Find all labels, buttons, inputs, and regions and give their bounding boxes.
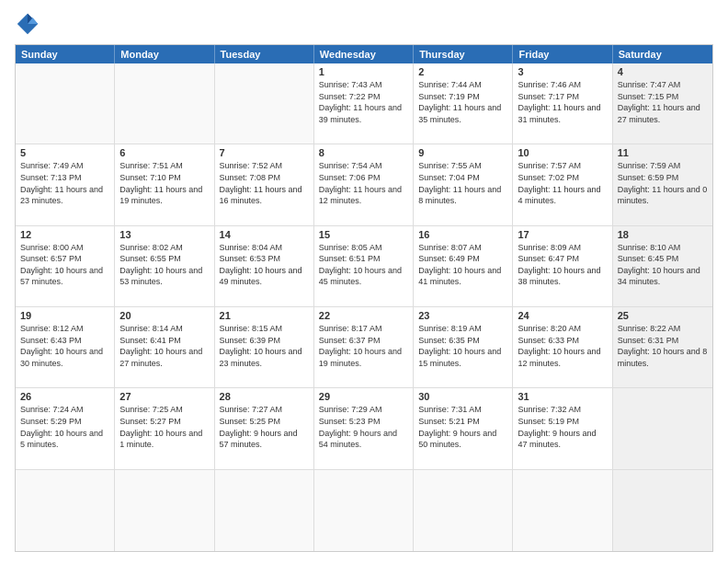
calendar-cell: 24Sunrise: 8:20 AM Sunset: 6:33 PM Dayli… [513, 307, 612, 387]
cell-info: Sunrise: 7:54 AM Sunset: 7:06 PM Dayligh… [319, 160, 408, 206]
day-number: 29 [319, 391, 408, 402]
calendar-cell [613, 388, 712, 468]
calendar-cell: 12Sunrise: 8:00 AM Sunset: 6:57 PM Dayli… [16, 226, 115, 306]
day-number: 8 [319, 147, 408, 158]
calendar-cell [115, 470, 214, 551]
day-number: 23 [418, 310, 507, 321]
calendar-cell: 14Sunrise: 8:04 AM Sunset: 6:53 PM Dayli… [215, 226, 314, 306]
calendar-cell: 28Sunrise: 7:27 AM Sunset: 5:25 PM Dayli… [215, 388, 314, 468]
calendar-cell: 6Sunrise: 7:51 AM Sunset: 7:10 PM Daylig… [115, 144, 214, 224]
cell-info: Sunrise: 7:49 AM Sunset: 7:13 PM Dayligh… [20, 160, 109, 206]
cell-info: Sunrise: 8:14 AM Sunset: 6:41 PM Dayligh… [119, 323, 209, 369]
calendar-cell: 19Sunrise: 8:12 AM Sunset: 6:43 PM Dayli… [16, 307, 115, 387]
calendar-cell: 2Sunrise: 7:44 AM Sunset: 7:19 PM Daylig… [414, 63, 513, 144]
calendar-cell: 7Sunrise: 7:52 AM Sunset: 7:08 PM Daylig… [215, 144, 314, 224]
calendar-cell: 16Sunrise: 8:07 AM Sunset: 6:49 PM Dayli… [414, 226, 513, 306]
weekday-header-saturday: Saturday [613, 45, 712, 63]
day-number: 3 [518, 66, 607, 77]
day-number: 12 [20, 229, 109, 240]
calendar-cell [215, 63, 314, 144]
calendar-cell: 21Sunrise: 8:15 AM Sunset: 6:39 PM Dayli… [215, 307, 314, 387]
calendar-cell: 17Sunrise: 8:09 AM Sunset: 6:47 PM Dayli… [513, 226, 612, 306]
day-number: 13 [119, 229, 209, 240]
cell-info: Sunrise: 7:59 AM Sunset: 6:59 PM Dayligh… [618, 160, 708, 206]
weekday-header-monday: Monday [115, 45, 214, 63]
cell-info: Sunrise: 7:29 AM Sunset: 5:23 PM Dayligh… [319, 404, 408, 450]
cell-info: Sunrise: 7:32 AM Sunset: 5:19 PM Dayligh… [518, 404, 607, 450]
cell-info: Sunrise: 8:20 AM Sunset: 6:33 PM Dayligh… [518, 323, 607, 369]
calendar-cell [115, 63, 214, 144]
cell-info: Sunrise: 7:44 AM Sunset: 7:19 PM Dayligh… [418, 79, 507, 125]
cell-info: Sunrise: 7:52 AM Sunset: 7:08 PM Dayligh… [220, 160, 309, 206]
cell-info: Sunrise: 8:19 AM Sunset: 6:35 PM Dayligh… [418, 323, 507, 369]
day-number: 30 [418, 391, 507, 402]
calendar-cell: 26Sunrise: 7:24 AM Sunset: 5:29 PM Dayli… [16, 388, 115, 468]
calendar-cell: 13Sunrise: 8:02 AM Sunset: 6:55 PM Dayli… [115, 226, 214, 306]
cell-info: Sunrise: 8:02 AM Sunset: 6:55 PM Dayligh… [119, 242, 209, 288]
day-number: 5 [20, 147, 109, 158]
calendar-cell: 10Sunrise: 7:57 AM Sunset: 7:02 PM Dayli… [513, 144, 612, 224]
calendar-cell [215, 470, 314, 551]
calendar-cell [414, 470, 513, 551]
calendar-cell [16, 63, 115, 144]
day-number: 18 [618, 229, 708, 240]
day-number: 28 [220, 391, 309, 402]
calendar-week-4: 26Sunrise: 7:24 AM Sunset: 5:29 PM Dayli… [16, 388, 712, 469]
cell-info: Sunrise: 8:12 AM Sunset: 6:43 PM Dayligh… [20, 323, 109, 369]
calendar-cell: 1Sunrise: 7:43 AM Sunset: 7:22 PM Daylig… [314, 63, 414, 144]
calendar-cell: 23Sunrise: 8:19 AM Sunset: 6:35 PM Dayli… [414, 307, 513, 387]
calendar-cell: 31Sunrise: 7:32 AM Sunset: 5:19 PM Dayli… [513, 388, 612, 468]
calendar-cell: 3Sunrise: 7:46 AM Sunset: 7:17 PM Daylig… [513, 63, 612, 144]
calendar-week-1: 5Sunrise: 7:49 AM Sunset: 7:13 PM Daylig… [16, 144, 712, 225]
day-number: 25 [618, 310, 708, 321]
calendar-cell [314, 470, 414, 551]
cell-info: Sunrise: 8:22 AM Sunset: 6:31 PM Dayligh… [618, 323, 708, 369]
logo-icon [15, 11, 40, 37]
weekday-header-tuesday: Tuesday [215, 45, 314, 63]
day-number: 17 [518, 229, 607, 240]
logo [15, 11, 44, 37]
calendar-cell: 9Sunrise: 7:55 AM Sunset: 7:04 PM Daylig… [414, 144, 513, 224]
calendar-cell: 27Sunrise: 7:25 AM Sunset: 5:27 PM Dayli… [115, 388, 214, 468]
calendar: SundayMondayTuesdayWednesdayThursdayFrid… [15, 44, 713, 552]
page: SundayMondayTuesdayWednesdayThursdayFrid… [0, 0, 728, 563]
calendar-cell: 18Sunrise: 8:10 AM Sunset: 6:45 PM Dayli… [613, 226, 712, 306]
day-number: 14 [220, 229, 309, 240]
weekday-header-wednesday: Wednesday [314, 45, 414, 63]
day-number: 7 [220, 147, 309, 158]
calendar-cell: 20Sunrise: 8:14 AM Sunset: 6:41 PM Dayli… [115, 307, 214, 387]
day-number: 22 [319, 310, 408, 321]
cell-info: Sunrise: 7:46 AM Sunset: 7:17 PM Dayligh… [518, 79, 607, 125]
day-number: 6 [119, 147, 209, 158]
cell-info: Sunrise: 7:57 AM Sunset: 7:02 PM Dayligh… [518, 160, 607, 206]
day-number: 9 [418, 147, 507, 158]
cell-info: Sunrise: 8:10 AM Sunset: 6:45 PM Dayligh… [618, 242, 708, 288]
day-number: 2 [418, 66, 507, 77]
calendar-body: 1Sunrise: 7:43 AM Sunset: 7:22 PM Daylig… [16, 63, 712, 551]
cell-info: Sunrise: 8:17 AM Sunset: 6:37 PM Dayligh… [319, 323, 408, 369]
day-number: 16 [418, 229, 507, 240]
weekday-header-thursday: Thursday [414, 45, 513, 63]
cell-info: Sunrise: 7:31 AM Sunset: 5:21 PM Dayligh… [418, 404, 507, 450]
calendar-week-5 [16, 470, 712, 551]
calendar-cell: 22Sunrise: 8:17 AM Sunset: 6:37 PM Dayli… [314, 307, 414, 387]
calendar-week-3: 19Sunrise: 8:12 AM Sunset: 6:43 PM Dayli… [16, 307, 712, 388]
calendar-cell: 25Sunrise: 8:22 AM Sunset: 6:31 PM Dayli… [613, 307, 712, 387]
cell-info: Sunrise: 7:27 AM Sunset: 5:25 PM Dayligh… [220, 404, 309, 450]
day-number: 20 [119, 310, 209, 321]
cell-info: Sunrise: 7:55 AM Sunset: 7:04 PM Dayligh… [418, 160, 507, 206]
weekday-header-friday: Friday [513, 45, 612, 63]
cell-info: Sunrise: 8:05 AM Sunset: 6:51 PM Dayligh… [319, 242, 408, 288]
cell-info: Sunrise: 8:00 AM Sunset: 6:57 PM Dayligh… [20, 242, 109, 288]
cell-info: Sunrise: 7:43 AM Sunset: 7:22 PM Dayligh… [319, 79, 408, 125]
day-number: 19 [20, 310, 109, 321]
calendar-cell: 8Sunrise: 7:54 AM Sunset: 7:06 PM Daylig… [314, 144, 414, 224]
calendar-cell: 29Sunrise: 7:29 AM Sunset: 5:23 PM Dayli… [314, 388, 414, 468]
cell-info: Sunrise: 7:51 AM Sunset: 7:10 PM Dayligh… [119, 160, 209, 206]
day-number: 27 [119, 391, 209, 402]
day-number: 1 [319, 66, 408, 77]
calendar-header: SundayMondayTuesdayWednesdayThursdayFrid… [16, 45, 712, 63]
weekday-header-sunday: Sunday [16, 45, 115, 63]
calendar-cell: 4Sunrise: 7:47 AM Sunset: 7:15 PM Daylig… [613, 63, 712, 144]
cell-info: Sunrise: 7:25 AM Sunset: 5:27 PM Dayligh… [119, 404, 209, 450]
